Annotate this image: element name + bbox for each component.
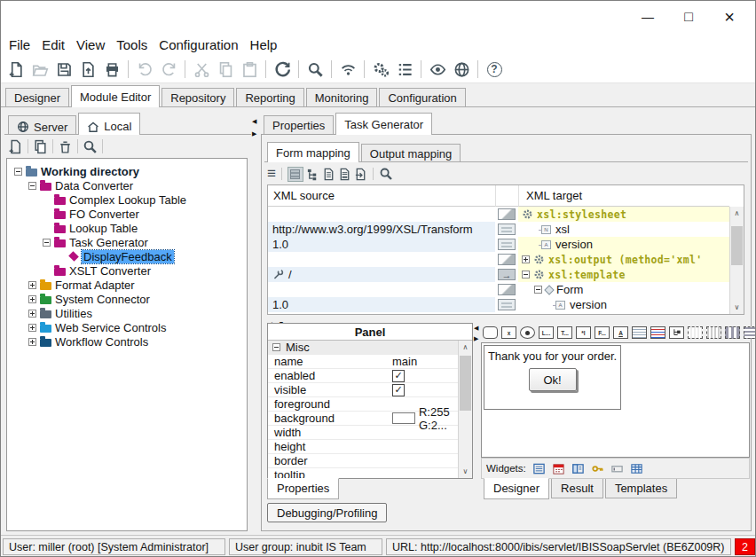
- mapping-equals-button[interactable]: [498, 299, 516, 310]
- tab-monitoring[interactable]: Monitoring: [306, 88, 378, 107]
- document-view-icon[interactable]: [322, 168, 335, 181]
- search-icon[interactable]: [379, 167, 393, 181]
- mapping-row[interactable]: xsl:output (method='xml': [268, 252, 744, 267]
- publish-wifi-icon[interactable]: [337, 59, 358, 80]
- paste-icon[interactable]: [239, 59, 260, 80]
- tree-item-fo-converter[interactable]: FO Converter: [7, 207, 247, 221]
- mapping-style-button[interactable]: [498, 208, 516, 220]
- close-button[interactable]: ×: [709, 7, 750, 27]
- grid-layout-widget-icon[interactable]: [706, 326, 721, 339]
- mapping-row[interactable]: http://www.w3.org/1999/XSL/Transform N x…: [268, 222, 744, 237]
- expander-collapsed-icon[interactable]: [522, 255, 530, 263]
- tree-view-icon[interactable]: [306, 168, 319, 181]
- combobox-widget-icon[interactable]: [571, 462, 585, 475]
- splitter-collapse-right-icon[interactable]: ▶: [252, 130, 256, 137]
- tree-item-system-connector[interactable]: System Connector: [7, 292, 247, 306]
- splitter-collapse-left-icon[interactable]: ◀: [474, 325, 478, 332]
- textfield-widget-icon[interactable]: [610, 462, 624, 475]
- import-document-icon[interactable]: [77, 59, 98, 80]
- menu-tools[interactable]: Tools: [116, 37, 147, 52]
- mapping-row[interactable]: / → xsl:template: [268, 267, 744, 282]
- expander-expanded-icon[interactable]: [14, 168, 22, 176]
- tree-item-web-service-controls[interactable]: Web Service Controls: [7, 320, 247, 334]
- mapping-row[interactable]: xsl:stylesheet: [268, 207, 744, 222]
- designer-splitter[interactable]: ◀ ▶: [474, 323, 481, 479]
- tab-widget-properties[interactable]: Properties: [267, 478, 339, 499]
- expander-collapsed-icon[interactable]: [28, 324, 36, 332]
- mapping-style-button[interactable]: [498, 254, 516, 265]
- redo-icon[interactable]: [158, 59, 179, 80]
- textpane-widget-icon[interactable]: A: [613, 326, 628, 339]
- copy-icon[interactable]: [215, 59, 236, 80]
- tab-designer[interactable]: Designer: [5, 88, 69, 107]
- formattedfield-widget-icon[interactable]: F...: [595, 326, 610, 339]
- label-widget-icon[interactable]: L...: [539, 326, 554, 339]
- property-group-misc[interactable]: Misc: [268, 341, 472, 355]
- designer-canvas[interactable]: Thank you for your order. Ok!: [481, 342, 750, 458]
- tab-properties[interactable]: Properties: [264, 115, 334, 135]
- tab-server[interactable]: Server: [8, 115, 76, 135]
- help-icon[interactable]: ?: [484, 59, 505, 80]
- expander-collapsed-icon[interactable]: [28, 295, 36, 303]
- undo-icon[interactable]: [134, 59, 155, 80]
- mapping-splitter[interactable]: ▲ ▼: [267, 315, 744, 322]
- tab-result-view[interactable]: Result: [551, 479, 603, 498]
- new-document-icon[interactable]: [5, 59, 27, 80]
- tab-repository[interactable]: Repository: [161, 88, 234, 107]
- color-swatch[interactable]: [392, 412, 415, 424]
- scroll-up-icon[interactable]: ∧: [730, 207, 744, 220]
- tab-designer-view[interactable]: Designer: [484, 478, 549, 499]
- expander-expanded-icon[interactable]: [522, 271, 530, 278]
- menu-file[interactable]: File: [9, 37, 30, 52]
- tree-item-workflow-controls[interactable]: Workflow Controls: [7, 334, 247, 349]
- mapping-row[interactable]: Form: [268, 282, 744, 297]
- scroll-up-icon[interactable]: ∧: [459, 341, 472, 354]
- expander-expanded-icon[interactable]: [43, 239, 51, 247]
- tree-item-xslt-converter[interactable]: XSLT Converter: [7, 263, 247, 278]
- scroll-down-icon[interactable]: ∨: [730, 301, 744, 314]
- xml-target-header[interactable]: XML target: [526, 189, 582, 202]
- tree-widget-icon[interactable]: [669, 326, 684, 339]
- tree-item-complex-lookup-table[interactable]: Complex Lookup Table: [7, 192, 247, 207]
- table-widget-icon[interactable]: [630, 462, 643, 475]
- expander-collapsed-icon[interactable]: [28, 338, 36, 346]
- hex-view-icon[interactable]: [338, 168, 351, 181]
- tab-form-mapping[interactable]: Form mapping: [267, 142, 359, 162]
- save-icon[interactable]: [53, 59, 75, 80]
- menu-edit[interactable]: Edit: [42, 37, 65, 52]
- tab-configuration[interactable]: Configuration: [379, 88, 465, 107]
- menu-configuration[interactable]: Configuration: [159, 37, 238, 52]
- expander-expanded-icon[interactable]: [534, 286, 542, 294]
- print-icon[interactable]: [101, 59, 122, 80]
- grid-view-icon[interactable]: [287, 167, 303, 182]
- mapping-row[interactable]: 1.0 A version: [268, 297, 744, 312]
- tab-task-generator[interactable]: Task Generator: [335, 113, 432, 135]
- cut-icon[interactable]: [191, 59, 212, 80]
- expander-collapsed-icon[interactable]: [28, 310, 36, 318]
- list-widget-icon[interactable]: [532, 462, 546, 475]
- browser-globe-icon[interactable]: [451, 59, 472, 80]
- tab-templates-view[interactable]: Templates: [605, 479, 677, 498]
- tree-item-lookup-table[interactable]: Lookup Table: [7, 221, 247, 235]
- debugging-profiling-button[interactable]: Debugging/Profiling: [267, 503, 387, 522]
- mapping-style-button[interactable]: [498, 284, 516, 295]
- settings-gears-icon[interactable]: [370, 59, 391, 80]
- tree-item-task-generator[interactable]: Task Generator: [7, 235, 247, 249]
- refresh-icon[interactable]: [272, 59, 293, 80]
- button-widget-icon[interactable]: [483, 326, 498, 339]
- tab-reporting[interactable]: Reporting: [236, 88, 303, 107]
- menu-hamburger-icon[interactable]: ≡: [267, 165, 276, 183]
- splitter-collapse-right-icon[interactable]: ▶: [474, 335, 478, 342]
- mapping-arrow-button[interactable]: →: [498, 269, 516, 280]
- properties-scrollbar[interactable]: ∧ ∨: [458, 341, 472, 478]
- menu-help[interactable]: Help: [250, 37, 278, 52]
- editorpane-widget-icon[interactable]: [632, 326, 647, 339]
- expander-collapsed-icon[interactable]: [28, 281, 36, 289]
- enabled-checkbox[interactable]: ✓: [392, 370, 405, 382]
- absolute-layout-widget-icon[interactable]: [688, 326, 703, 339]
- textfield-widget-icon[interactable]: T...: [557, 326, 572, 339]
- key-widget-icon[interactable]: [591, 462, 604, 475]
- list-widget-icon[interactable]: [650, 326, 665, 339]
- expander-expanded-icon[interactable]: [272, 343, 280, 351]
- passwordfield-widget-icon[interactable]: *I: [576, 326, 591, 339]
